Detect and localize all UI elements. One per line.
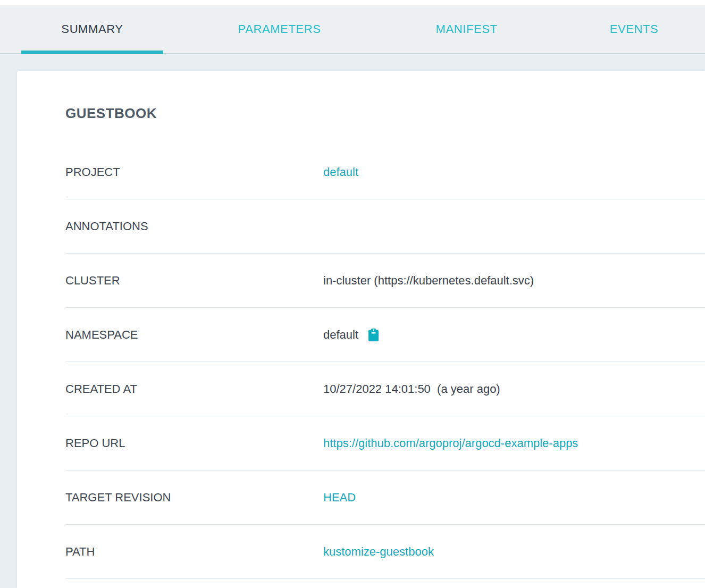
attribute-rows: PROJECT default ANNOTATIONS CLUSTER in-c… <box>17 145 705 579</box>
row-label: TARGET REVISION <box>65 491 323 505</box>
table-row: REPO URL https://github.com/argoproj/arg… <box>17 416 705 471</box>
row-value-text[interactable]: default <box>323 165 358 179</box>
row-value-text[interactable]: kustomize-guestbook <box>323 545 434 559</box>
tab-bar: SUMMARY PARAMETERS MANIFEST EVENTS <box>0 5 705 54</box>
tab-label: SUMMARY <box>61 22 123 36</box>
row-value-text[interactable]: HEAD <box>323 491 356 505</box>
page-title: GUESTBOOK <box>65 104 705 122</box>
tab-label: PARAMETERS <box>238 22 321 36</box>
row-value: 10/27/2022 14:01:50 (a year ago) <box>323 382 500 396</box>
row-value: default <box>323 328 379 342</box>
row-value-text: 10/27/2022 14:01:50 (a year ago) <box>323 382 500 396</box>
tab-summary[interactable]: SUMMARY <box>21 5 163 53</box>
row-value-text: in-cluster (https://kubernetes.default.s… <box>323 274 534 288</box>
clipboard-icon[interactable] <box>368 329 379 341</box>
table-row: PATH kustomize-guestbook <box>17 525 705 579</box>
row-value: https://github.com/argoproj/argocd-examp… <box>323 436 578 450</box>
row-value: HEAD <box>323 491 356 505</box>
top-strip <box>0 0 705 5</box>
table-row: NAMESPACE default <box>17 308 705 362</box>
row-value-text: default <box>323 328 358 342</box>
row-value: default <box>323 165 358 179</box>
row-label: PROJECT <box>65 165 323 179</box>
row-value: in-cluster (https://kubernetes.default.s… <box>323 274 534 288</box>
row-value: kustomize-guestbook <box>323 545 434 559</box>
table-row: TARGET REVISION HEAD <box>17 471 705 525</box>
table-row: CREATED AT 10/27/2022 14:01:50 (a year a… <box>17 362 705 416</box>
tab-parameters[interactable]: PARAMETERS <box>208 5 350 53</box>
row-label: ANNOTATIONS <box>65 220 323 233</box>
table-row: CLUSTER in-cluster (https://kubernetes.d… <box>17 254 705 308</box>
row-label: CREATED AT <box>65 382 323 396</box>
row-label: REPO URL <box>65 436 323 450</box>
tab-label: EVENTS <box>610 22 659 36</box>
summary-card: GUESTBOOK PROJECT default ANNOTATIONS CL… <box>17 71 705 588</box>
row-label: PATH <box>65 545 323 559</box>
table-row: PROJECT default <box>17 145 705 199</box>
row-label: NAMESPACE <box>65 328 323 342</box>
table-row: ANNOTATIONS <box>17 199 705 254</box>
tab-events[interactable]: EVENTS <box>563 5 705 53</box>
row-value-text[interactable]: https://github.com/argoproj/argocd-examp… <box>323 436 578 450</box>
row-label: CLUSTER <box>65 274 323 288</box>
tab-manifest[interactable]: MANIFEST <box>396 5 538 53</box>
tab-label: MANIFEST <box>435 22 497 36</box>
